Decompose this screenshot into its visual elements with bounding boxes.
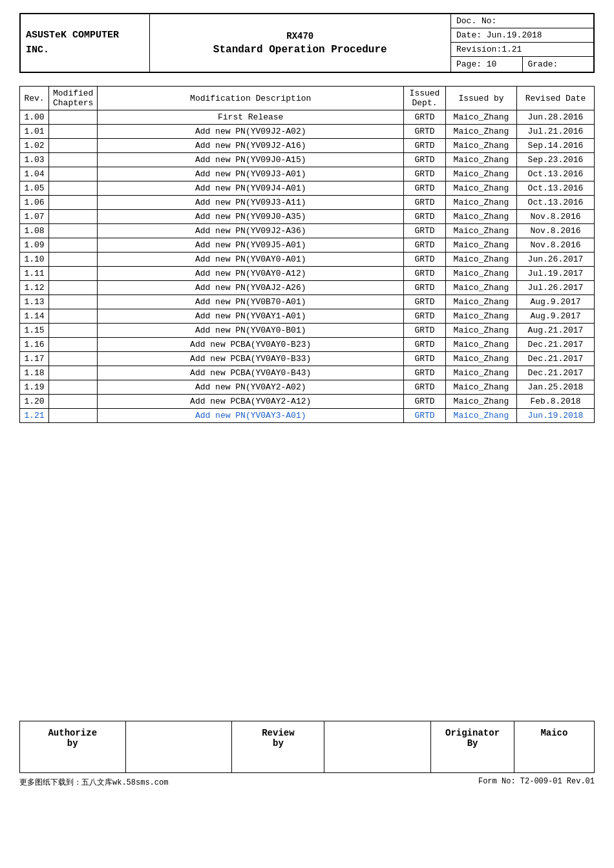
table-cell: First Release [98,110,404,125]
table-cell: Add new PN(YV09J3-A11) [98,196,404,210]
table-cell: 1.09 [20,238,49,253]
table-cell [49,210,98,224]
review-sign-cell [324,721,431,773]
table-cell: Aug.9.2017 [517,295,595,309]
table-cell: 1.06 [20,196,49,210]
revision-table: Rev. ModifiedChapters Modification Descr… [19,86,595,423]
table-cell: Maico_Zhang [446,253,517,267]
table-cell: GRTD [404,253,446,267]
table-row: 1.21Add new PN(YV0AY3-A01)GRTDMaico_Zhan… [20,409,595,423]
table-cell [49,409,98,423]
table-row: 1.19Add new PN(YV0AY2-A02)GRTDMaico_Zhan… [20,380,595,395]
table-cell: GRTD [404,309,446,324]
table-cell [49,380,98,395]
table-cell: 1.20 [20,395,49,409]
table-cell [49,181,98,196]
table-cell: GRTD [404,238,446,253]
table-cell: 1.02 [20,139,49,153]
table-cell: Feb.8.2018 [517,395,595,409]
table-cell: Maico_Zhang [446,153,517,167]
table-cell: Nov.8.2016 [517,210,595,224]
table-cell: Dec.21.2017 [517,366,595,380]
table-row: 1.11Add new PN(YV0AY0-A12)GRTDMaico_Zhan… [20,267,595,281]
table-cell: 1.12 [20,281,49,295]
table-cell: Maico_Zhang [446,324,517,338]
table-row: 1.08Add new PN(YV09J2-A36)GRTDMaico_Zhan… [20,224,595,238]
table-cell: 1.16 [20,338,49,352]
table-cell: 1.07 [20,210,49,224]
footer-left: 更多图纸下载到：五八文库wk.58sms.com [19,777,168,788]
table-cell: Add new PCBA(YV0AY0-B33) [98,352,404,366]
col-header-rev: Rev. [20,87,49,110]
table-cell: Jun.26.2017 [517,253,595,267]
table-cell: Maico_Zhang [446,238,517,253]
review-cell: Review by [232,721,324,773]
authorize-label: Authorize by [30,728,116,749]
table-cell [49,338,98,352]
table-cell: Add new PN(YV0AY2-A02) [98,380,404,395]
originator-label: Originator By [441,728,503,749]
table-row: 1.10Add new PN(YV0AY0-A01)GRTDMaico_Zhan… [20,253,595,267]
table-cell: GRTD [404,281,446,295]
table-cell: GRTD [404,167,446,181]
table-row: 1.20Add new PCBA(YV0AY2-A12)GRTDMaico_Zh… [20,395,595,409]
table-cell: GRTD [404,324,446,338]
date-row: Date: Jun.19.2018 [451,28,593,43]
table-cell: Jun.19.2018 [517,409,595,423]
table-cell: Add new PN(YV0AY1-A01) [98,309,404,324]
table-cell: Add new PN(YV09J5-A01) [98,238,404,253]
table-cell: Jul.19.2017 [517,267,595,281]
table-cell: Add new PN(YV0AY0-A12) [98,267,404,281]
table-cell: 1.01 [20,125,49,139]
table-cell: Oct.13.2016 [517,167,595,181]
table-cell [49,196,98,210]
doc-title: RX470 Standard Operation Procedure [149,14,451,72]
table-cell: 1.14 [20,309,49,324]
table-row: 1.06Add new PN(YV09J3-A11)GRTDMaico_Zhan… [20,196,595,210]
table-cell: Add new PN(YV09J3-A01) [98,167,404,181]
table-cell: Sep.14.2016 [517,139,595,153]
page-grade-row: Page: 10 Grade: [451,57,593,72]
table-cell: Maico_Zhang [446,110,517,125]
table-cell [49,295,98,309]
table-cell: Add new PN(YV0AY0-A01) [98,253,404,267]
table-cell: Maico_Zhang [446,338,517,352]
table-cell: Maico_Zhang [446,139,517,153]
table-row: 1.02Add new PN(YV09J2-A16)GRTDMaico_Zhan… [20,139,595,153]
table-cell: GRTD [404,352,446,366]
table-cell: 1.17 [20,352,49,366]
table-row: 1.03Add new PN(YV09J0-A15)GRTDMaico_Zhan… [20,153,595,167]
table-cell: GRTD [404,153,446,167]
table-cell: GRTD [404,196,446,210]
table-cell: Add new PN(YV0AJ2-A26) [98,281,404,295]
table-cell: GRTD [404,338,446,352]
table-cell [49,153,98,167]
table-cell: Maico_Zhang [446,125,517,139]
table-cell: Add new PN(YV09J0-A15) [98,153,404,167]
table-cell: 1.19 [20,380,49,395]
table-cell [49,139,98,153]
grade-cell: Grade: [523,57,594,72]
table-cell: Maico_Zhang [446,267,517,281]
col-header-desc: Modification Description [98,87,404,110]
table-cell [49,395,98,409]
table-cell [49,125,98,139]
table-cell: Aug.21.2017 [517,324,595,338]
table-cell: Jun.28.2016 [517,110,595,125]
table-row: 1.15Add new PN(YV0AY0-B01)GRTDMaico_Zhan… [20,324,595,338]
table-cell: 1.05 [20,181,49,196]
table-row: 1.09Add new PN(YV09J5-A01)GRTDMaico_Zhan… [20,238,595,253]
col-header-date: Revised Date [517,87,595,110]
table-cell: Jan.25.2018 [517,380,595,395]
table-cell: Maico_Zhang [446,210,517,224]
doc-no-row: Doc. No: [451,14,593,28]
table-row: 1.14Add new PN(YV0AY1-A01)GRTDMaico_Zhan… [20,309,595,324]
table-cell: 1.04 [20,167,49,181]
table-cell: GRTD [404,409,446,423]
table-cell: Add new PCBA(YV0AY0-B43) [98,366,404,380]
table-cell: Maico_Zhang [446,281,517,295]
col-header-mod: ModifiedChapters [49,87,98,110]
table-row: 1.00First ReleaseGRTDMaico_ZhangJun.28.2… [20,110,595,125]
header-table: ASUSTeK COMPUTER INC. RX470 Standard Ope… [19,13,595,73]
table-cell: Add new PCBA(YV0AY0-B23) [98,338,404,352]
